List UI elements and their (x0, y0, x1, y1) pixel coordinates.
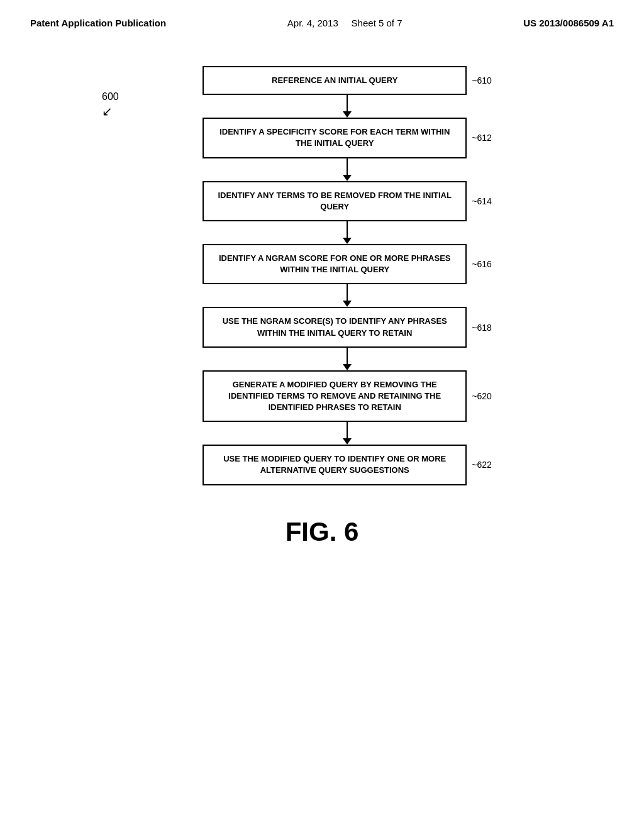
flow-ref-622: ~622 (472, 460, 492, 470)
flow-box-618: USE THE NGRAM SCORE(S) TO IDENTIFY ANY P… (203, 307, 467, 347)
flow-box-614: IDENTIFY ANY TERMS TO BE REMOVED FROM TH… (203, 181, 467, 221)
arrow-down-icon (347, 422, 348, 440)
arrow-down-icon (347, 284, 348, 302)
flow-ref-620: ~620 (472, 391, 492, 401)
fig-caption: FIG. 6 (0, 517, 644, 547)
flow-box-616: IDENTIFY A NGRAM SCORE FOR ONE OR MORE P… (203, 244, 467, 284)
page-header: Patent Application Publication Apr. 4, 2… (0, 0, 644, 28)
arrow-1 (347, 95, 348, 118)
flow-box-620: GENERATE A MODIFIED QUERY BY REMOVING TH… (203, 370, 467, 423)
header-left: Patent Application Publication (30, 18, 166, 28)
flow-row-620: GENERATE A MODIFIED QUERY BY REMOVING TH… (152, 370, 542, 423)
header-date: Apr. 4, 2013 (287, 18, 338, 28)
arrow-2 (347, 158, 348, 181)
flow-row-610: REFERENCE AN INITIAL QUERY ~610 (152, 66, 542, 95)
flow-box-610: REFERENCE AN INITIAL QUERY (203, 66, 467, 95)
flow-row-614: IDENTIFY ANY TERMS TO BE REMOVED FROM TH… (152, 181, 542, 221)
arrow-5 (347, 348, 348, 370)
flow-ref-616: ~616 (472, 259, 492, 269)
header-center: Apr. 4, 2013 Sheet 5 of 7 (287, 18, 402, 28)
flow-box-612: IDENTIFY A SPECIFICITY SCORE FOR EACH TE… (203, 118, 467, 158)
flowchart: REFERENCE AN INITIAL QUERY ~610 IDENTIFY… (152, 66, 542, 485)
flow-row-622: USE THE MODIFIED QUERY TO IDENTIFY ONE O… (152, 445, 542, 485)
arrow-down-icon (347, 221, 348, 239)
flow-ref-618: ~618 (472, 323, 492, 333)
flow-row-618: USE THE NGRAM SCORE(S) TO IDENTIFY ANY P… (152, 307, 542, 347)
figure-label-600: 600 ↙ (102, 91, 119, 119)
flow-ref-610: ~610 (472, 75, 492, 86)
flow-box-622: USE THE MODIFIED QUERY TO IDENTIFY ONE O… (203, 445, 467, 485)
header-patent-number: US 2013/0086509 A1 (523, 18, 614, 28)
arrow-down-icon (347, 348, 348, 365)
flow-ref-612: ~612 (472, 133, 492, 143)
arrow-4 (347, 284, 348, 307)
flow-row-612: IDENTIFY A SPECIFICITY SCORE FOR EACH TE… (152, 118, 542, 158)
arrow-down-icon (347, 158, 348, 176)
flow-row-616: IDENTIFY A NGRAM SCORE FOR ONE OR MORE P… (152, 244, 542, 284)
diagram-area: 600 ↙ REFERENCE AN INITIAL QUERY ~610 ID… (102, 66, 542, 485)
arrow-6 (347, 422, 348, 445)
arrow-3 (347, 221, 348, 244)
header-sheet: Sheet 5 of 7 (352, 18, 402, 28)
arrow-down-icon (347, 95, 348, 113)
flow-ref-614: ~614 (472, 196, 492, 206)
